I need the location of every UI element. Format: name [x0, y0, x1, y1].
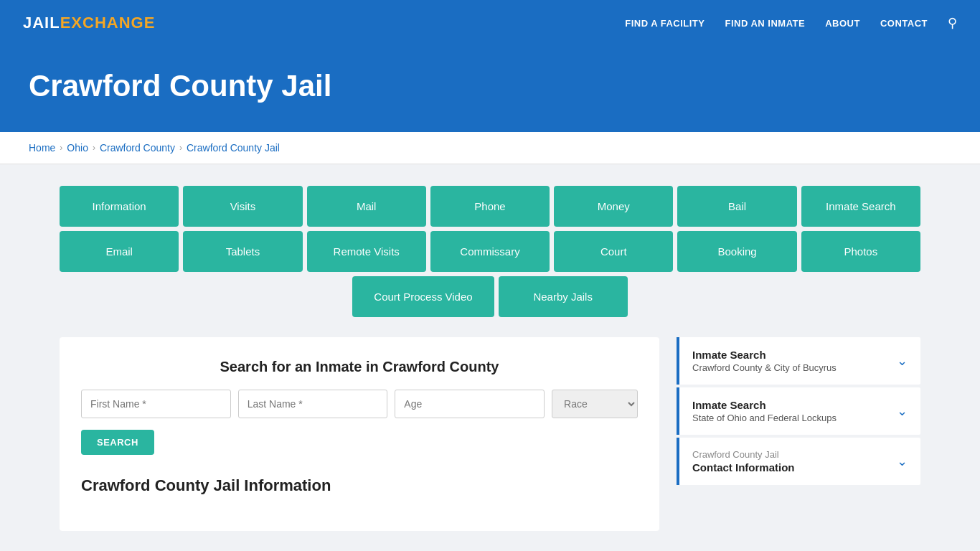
navbar: JAILEXCHANGE FIND A FACILITY FIND AN INM… — [0, 0, 980, 46]
sidebar-item-text-1: Inmate Search Crawford County & City of … — [692, 349, 837, 373]
nav-find-facility[interactable]: FIND A FACILITY — [625, 18, 705, 29]
main-content: Information Visits Mail Phone Money Bail… — [31, 164, 949, 551]
btn-nearby-jails[interactable]: Nearby Jails — [499, 276, 628, 317]
btn-tablets[interactable]: Tablets — [183, 231, 302, 272]
breadcrumb-crawford-county[interactable]: Crawford County — [100, 142, 175, 154]
sidebar-item-contact[interactable]: Crawford County Jail Contact Information… — [677, 438, 920, 485]
breadcrumb: Home › Ohio › Crawford County › Crawford… — [29, 142, 951, 154]
btn-money[interactable]: Money — [554, 186, 673, 227]
sidebar-item-sublabel-2: State of Ohio and Federal Lockups — [692, 413, 837, 423]
btn-court[interactable]: Court — [554, 231, 673, 272]
btn-remote-visits[interactable]: Remote Visits — [307, 231, 426, 272]
btn-visits[interactable]: Visits — [183, 186, 302, 227]
btn-court-process-video[interactable]: Court Process Video — [352, 276, 494, 317]
search-fields: Race White Black Hispanic Asian Other — [81, 390, 638, 418]
sidebar-item-inmate-search-1[interactable]: Inmate Search Crawford County & City of … — [677, 337, 920, 385]
nav-find-inmate[interactable]: FIND AN INMATE — [725, 18, 805, 29]
btn-email[interactable]: Email — [60, 231, 179, 272]
first-name-input[interactable] — [81, 390, 231, 418]
breadcrumb-current: Crawford County Jail — [187, 142, 280, 154]
button-grid-row3: Court Process Video Nearby Jails — [60, 276, 920, 317]
sidebar-item-label-2: Inmate Search — [692, 399, 837, 411]
race-select[interactable]: Race White Black Hispanic Asian Other — [552, 390, 638, 418]
two-col-layout: Search for an Inmate in Crawford County … — [60, 337, 920, 531]
sidebar-item-text-2: Inmate Search State of Ohio and Federal … — [692, 399, 837, 423]
search-title: Search for an Inmate in Crawford County — [81, 359, 638, 375]
chevron-down-icon-2: ⌄ — [897, 403, 908, 419]
breadcrumb-ohio[interactable]: Ohio — [67, 142, 88, 154]
breadcrumb-sep-3: › — [179, 143, 182, 153]
logo-exchange: EXCHANGE — [60, 14, 156, 32]
breadcrumb-sep-2: › — [93, 143, 95, 153]
page-title: Crawford County Jail — [29, 69, 951, 103]
chevron-down-icon-1: ⌄ — [897, 353, 908, 369]
sidebar-item-inmate-search-2[interactable]: Inmate Search State of Ohio and Federal … — [677, 387, 920, 435]
btn-information[interactable]: Information — [60, 186, 179, 227]
hero-section: Crawford County Jail — [0, 46, 980, 132]
nav-about[interactable]: ABOUT — [825, 18, 860, 29]
logo-jail: JAIL — [23, 14, 60, 32]
sidebar-item-label-3: Crawford County Jail — [692, 449, 795, 460]
sidebar-item-text-3: Crawford County Jail Contact Information — [692, 449, 795, 474]
breadcrumb-home[interactable]: Home — [29, 142, 55, 154]
nav-links: FIND A FACILITY FIND AN INMATE ABOUT CON… — [625, 15, 957, 31]
btn-photos[interactable]: Photos — [801, 231, 920, 272]
btn-bail[interactable]: Bail — [677, 186, 796, 227]
breadcrumb-bar: Home › Ohio › Crawford County › Crawford… — [0, 132, 980, 164]
age-input[interactable] — [395, 390, 545, 418]
btn-mail[interactable]: Mail — [307, 186, 426, 227]
nav-contact[interactable]: CONTACT — [880, 18, 928, 29]
logo[interactable]: JAILEXCHANGE — [23, 14, 155, 32]
button-grid-row2: Email Tablets Remote Visits Commissary C… — [60, 231, 920, 272]
chevron-down-icon-3: ⌄ — [897, 453, 908, 469]
search-icon[interactable]: ⚲ — [948, 15, 957, 31]
right-panel: Inmate Search Crawford County & City of … — [677, 337, 920, 488]
left-panel: Search for an Inmate in Crawford County … — [60, 337, 659, 531]
sidebar-item-sublabel-3: Contact Information — [692, 461, 795, 474]
btn-booking[interactable]: Booking — [677, 231, 796, 272]
btn-commissary[interactable]: Commissary — [430, 231, 550, 272]
breadcrumb-sep-1: › — [60, 143, 62, 153]
sidebar-item-label-1: Inmate Search — [692, 349, 837, 361]
section-title: Crawford County Jail Information — [81, 476, 638, 495]
button-grid-row1: Information Visits Mail Phone Money Bail… — [60, 186, 920, 227]
btn-phone[interactable]: Phone — [430, 186, 550, 227]
search-button[interactable]: SEARCH — [81, 430, 154, 455]
last-name-input[interactable] — [238, 390, 388, 418]
btn-inmate-search[interactable]: Inmate Search — [801, 186, 920, 227]
sidebar-item-sublabel-1: Crawford County & City of Bucyrus — [692, 362, 837, 373]
